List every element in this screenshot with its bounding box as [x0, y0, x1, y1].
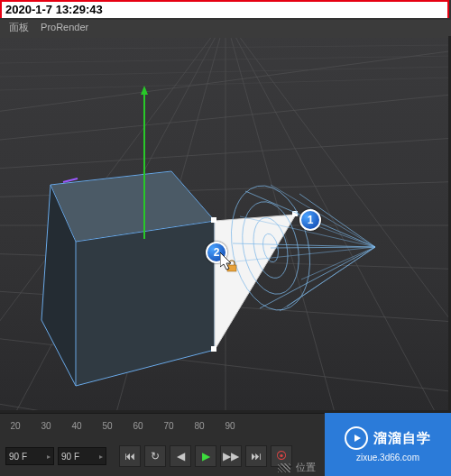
- play-button[interactable]: ▶: [195, 445, 216, 467]
- timeline-tick: 50: [92, 421, 123, 431]
- menu-item-panel[interactable]: 面板: [9, 22, 29, 32]
- play-logo-icon: [345, 426, 368, 450]
- top-menubar: 面板 ProRender: [0, 20, 451, 38]
- svg-line-25: [63, 178, 78, 182]
- cube-object[interactable]: [41, 171, 215, 386]
- go-start-button[interactable]: ⏮: [119, 445, 141, 467]
- timeline-tick: 90: [215, 421, 245, 431]
- annotation-marker-1: 1: [299, 209, 321, 231]
- timeline-tick: 80: [184, 421, 215, 431]
- hatch-icon: [278, 463, 290, 472]
- svg-line-33: [271, 247, 375, 248]
- end-frame-field[interactable]: 90 F▸: [58, 447, 106, 465]
- status-label: 位置: [296, 461, 316, 474]
- watermark-url: zixue.3d66.com: [356, 453, 419, 462]
- watermark-brand: 溜溜自学: [373, 430, 431, 447]
- svg-marker-22: [76, 221, 215, 386]
- svg-line-42: [280, 247, 375, 311]
- watermark-banner: 溜溜自学 zixue.3d66.com: [325, 413, 451, 476]
- svg-rect-27: [211, 346, 216, 352]
- svg-rect-45: [227, 265, 236, 271]
- go-end-button[interactable]: ⏭: [245, 445, 267, 467]
- annotation-marker-2: 2: [206, 242, 227, 263]
- timeline-tick: 20: [0, 421, 31, 431]
- timeline-tick: 40: [61, 421, 92, 431]
- next-frame-button[interactable]: ▶▶: [220, 445, 242, 467]
- timeline-tick: 60: [123, 421, 153, 431]
- prev-frame-button[interactable]: ◀: [170, 445, 191, 467]
- svg-rect-26: [211, 217, 216, 223]
- timeline-tick: 30: [31, 421, 61, 431]
- svg-marker-24: [141, 86, 148, 95]
- current-frame-field[interactable]: 90 F▸: [5, 447, 54, 465]
- loop-button[interactable]: ↻: [144, 445, 166, 467]
- menu-item-prorender[interactable]: ProRender: [41, 22, 88, 32]
- timestamp-banner: 2020-1-7 13:29:43: [0, 0, 449, 18]
- status-bar: 位置: [278, 461, 316, 474]
- svg-line-44: [301, 247, 375, 279]
- 3d-viewport[interactable]: 1 2: [0, 36, 451, 413]
- timeline-tick: 70: [153, 421, 184, 431]
- viewport-scene: [0, 36, 451, 413]
